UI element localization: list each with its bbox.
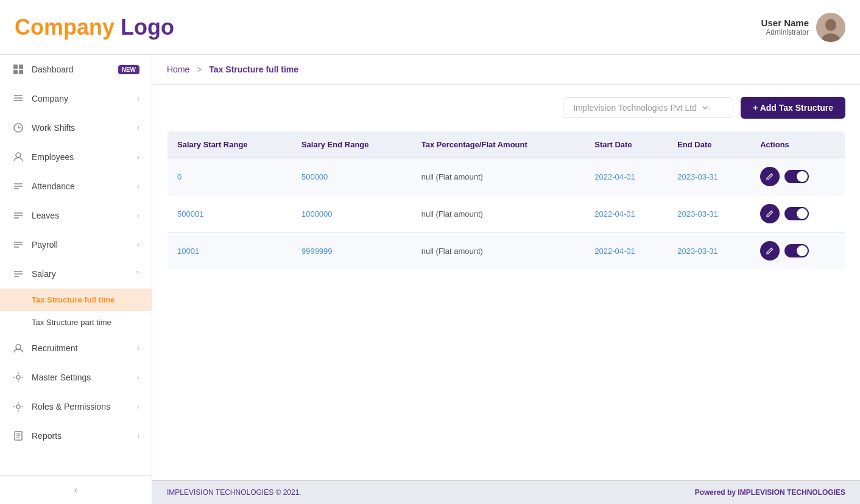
sidebar-item-reports[interactable]: Reports ‹: [0, 421, 152, 450]
cell-actions: [750, 233, 845, 270]
cell-tax: null (Flat amount): [412, 158, 585, 195]
sidebar-item-work-shifts[interactable]: Work Shifts ‹: [0, 113, 152, 142]
toggle-1[interactable]: [784, 207, 809, 220]
sidebar-collapse-button[interactable]: ‹: [0, 475, 152, 504]
svg-point-13: [16, 153, 21, 158]
toggle-2[interactable]: [784, 244, 809, 257]
company-icon: [12, 93, 24, 105]
sidebar-item-employees[interactable]: Employees ‹: [0, 142, 152, 172]
col-tax: Tax Percentage/Flat Amount: [412, 131, 585, 158]
chevron-icon-payroll: ‹: [137, 241, 139, 248]
edit-button-0[interactable]: [760, 167, 780, 186]
dashboard-icon: [12, 63, 24, 75]
action-buttons: [760, 204, 835, 223]
sidebar-item-payroll[interactable]: Payroll ‹: [0, 230, 152, 259]
sidebar-item-salary[interactable]: Salary ˅: [0, 259, 152, 289]
leaves-icon: [12, 209, 24, 222]
edit-button-1[interactable]: [760, 204, 780, 223]
svg-rect-6: [19, 70, 23, 74]
cell-end-date: 2023-03-31: [668, 158, 750, 195]
chevron-icon-master-settings: ‹: [137, 374, 139, 381]
col-salary-end: Salary End Range: [292, 131, 412, 158]
chevron-icon-roles: ‹: [137, 403, 139, 410]
footer-brand: IMPLEVISION TECHNOLOGIES: [738, 488, 845, 497]
add-tax-structure-button[interactable]: + Add Tax Structure: [741, 97, 845, 119]
footer: IMPLEVISION TECHNOLOGIES © 2021. Powered…: [152, 480, 860, 504]
chevron-icon-salary: ˅: [136, 270, 139, 278]
tax-structure-table: Salary Start Range Salary End Range Tax …: [167, 131, 845, 270]
master-settings-icon: [12, 371, 24, 383]
sidebar-subitem-tax-full-time[interactable]: Tax Structure full time: [0, 289, 152, 311]
chevron-icon-employees: ‹: [137, 153, 139, 161]
logo-part2: Logo: [121, 15, 174, 40]
chevron-icon-work-shifts: ‹: [137, 124, 139, 131]
sidebar-item-company[interactable]: Company ‹: [0, 84, 152, 113]
chevron-icon-attendance: ‹: [137, 183, 139, 190]
salary-icon: [12, 268, 24, 280]
breadcrumb-home[interactable]: Home: [167, 65, 189, 74]
sidebar-item-label-reports: Reports: [32, 431, 130, 441]
sidebar-subitem-tax-part-time[interactable]: Tax Structure part time: [0, 311, 152, 334]
cell-tax: null (Flat amount): [412, 233, 585, 270]
col-end-date: End Date: [668, 131, 750, 158]
user-info: User Name Administrator: [761, 18, 809, 37]
footer-right: Powered by IMPLEVISION TECHNOLOGIES: [695, 488, 845, 497]
cell-tax: null (Flat amount): [412, 195, 585, 233]
page-content: Implevision Technologies Pvt Ltd + Add T…: [152, 85, 860, 480]
svg-point-1: [825, 19, 836, 31]
toggle-knob-1: [797, 208, 808, 219]
user-area: User Name Administrator: [761, 13, 845, 42]
attendance-icon: [12, 180, 24, 192]
company-select-label: Implevision Technologies Pvt Ltd: [573, 103, 697, 113]
table-row: 0 500000 null (Flat amount) 2022-04-01 2…: [167, 158, 845, 195]
svg-rect-3: [13, 65, 18, 69]
sidebar-item-master-settings[interactable]: Master Settings ‹: [0, 363, 152, 392]
sidebar-item-recruitment[interactable]: Recruitment ‹: [0, 334, 152, 363]
company-logo: Company Logo: [15, 15, 174, 40]
cell-end-date: 2023-03-31: [668, 233, 750, 270]
sidebar-item-label-leaves: Leaves: [32, 211, 130, 220]
svg-rect-4: [19, 65, 23, 69]
edit-button-2[interactable]: [760, 241, 780, 261]
cell-actions: [750, 158, 845, 195]
breadcrumb-separator: >: [197, 65, 202, 74]
cell-salary-end: 9999999: [292, 233, 412, 270]
company-select[interactable]: Implevision Technologies Pvt Ltd: [563, 97, 733, 118]
sidebar: Dashboard NEW Company ‹ Work Shifts ‹ Em…: [0, 55, 152, 504]
chevron-icon-company: ‹: [137, 95, 139, 102]
main-layout: Dashboard NEW Company ‹ Work Shifts ‹ Em…: [0, 55, 860, 504]
svg-point-26: [16, 345, 21, 349]
reports-icon: [12, 430, 24, 442]
sidebar-item-label-dashboard: Dashboard: [32, 65, 108, 74]
header: Company Logo User Name Administrator: [0, 0, 860, 55]
sidebar-item-label-company: Company: [32, 94, 130, 103]
logo-part1: Company: [15, 15, 121, 40]
table-row: 10001 9999999 null (Flat amount) 2022-04…: [167, 233, 845, 270]
footer-powered-by: Powered by: [695, 488, 738, 497]
cell-salary-start: 0: [167, 158, 292, 195]
sidebar-item-leaves[interactable]: Leaves ‹: [0, 201, 152, 230]
toggle-knob-2: [797, 245, 808, 256]
cell-salary-start: 500001: [167, 195, 292, 233]
sidebar-item-label-roles: Roles & Permissions: [32, 402, 130, 411]
col-actions: Actions: [750, 131, 845, 158]
sidebar-item-dashboard[interactable]: Dashboard NEW: [0, 55, 152, 84]
chevron-icon-leaves: ‹: [137, 212, 139, 219]
sidebar-item-attendance[interactable]: Attendance ‹: [0, 172, 152, 201]
sidebar-item-label-salary: Salary: [32, 269, 129, 279]
cell-start-date: 2022-04-01: [585, 195, 668, 233]
user-role: Administrator: [761, 28, 809, 37]
dashboard-badge: NEW: [118, 65, 139, 74]
cell-salary-end: 1000000: [292, 195, 412, 233]
payroll-icon: [12, 239, 24, 251]
cell-salary-end: 500000: [292, 158, 412, 195]
action-buttons: [760, 167, 835, 186]
cell-end-date: 2023-03-31: [668, 195, 750, 233]
user-name: User Name: [761, 18, 809, 28]
svg-point-28: [16, 405, 20, 408]
toggle-0[interactable]: [784, 170, 809, 183]
sidebar-item-label-master-settings: Master Settings: [32, 373, 130, 382]
chevron-icon-reports: ‹: [137, 432, 139, 439]
avatar: [816, 13, 845, 42]
sidebar-item-roles-permissions[interactable]: Roles & Permissions ‹: [0, 392, 152, 421]
